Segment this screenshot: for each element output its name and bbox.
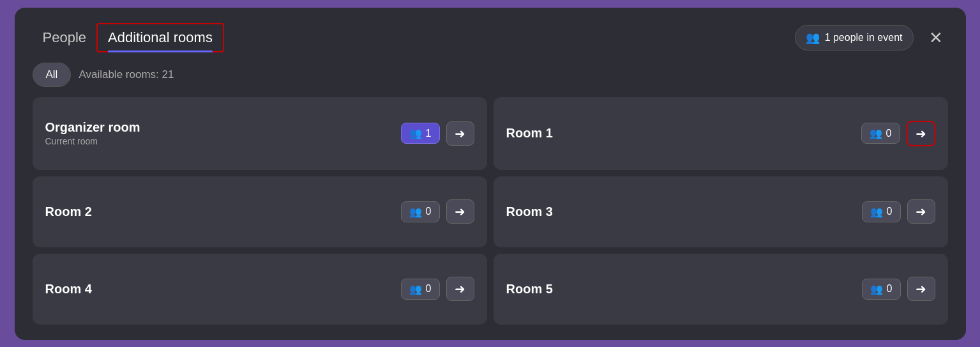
join-icon-room5: ➜: [916, 281, 926, 297]
room-count-room3: 👥 0: [862, 201, 901, 222]
room-card-room2: Room 2 👥 0 ➜: [33, 176, 487, 247]
tab-additional-rooms[interactable]: Additional rooms: [96, 23, 224, 52]
join-icon-room2: ➜: [455, 204, 465, 219]
people-in-event-label: 1 people in event: [825, 32, 903, 43]
room-count-value-room1: 0: [886, 128, 892, 139]
room-count-value-room5: 0: [887, 283, 893, 295]
close-button[interactable]: ✕: [924, 27, 948, 49]
room-info-room5: Room 5: [506, 282, 553, 297]
room-count-value-room2: 0: [426, 206, 432, 217]
room-info-organizer: Organizer room Current room: [45, 120, 140, 146]
tabs: People Additional rooms: [33, 23, 224, 52]
room-card-room4: Room 4 👥 0 ➜: [33, 254, 487, 325]
people-icon: 👥: [806, 31, 820, 45]
filter-bar: All Available rooms: 21: [33, 63, 948, 87]
all-filter-button[interactable]: All: [33, 63, 72, 87]
available-rooms-label: Available rooms: 21: [79, 68, 174, 81]
room-info-room3: Room 3: [506, 204, 553, 219]
join-room-button-room5[interactable]: ➜: [907, 277, 935, 301]
room-info-room2: Room 2: [45, 204, 92, 219]
room-name-room4: Room 4: [45, 282, 92, 297]
room-subtitle-organizer: Current room: [45, 136, 140, 146]
room-info-room4: Room 4: [45, 282, 92, 297]
room-actions-room2: 👥 0 ➜: [401, 199, 474, 224]
room-name-organizer: Organizer room: [45, 120, 140, 135]
join-icon-organizer: ➜: [455, 126, 465, 141]
room-count-room5: 👥 0: [862, 279, 901, 300]
join-icon-room3: ➜: [916, 204, 926, 219]
people-badge-icon-room4: 👥: [409, 283, 422, 295]
header: People Additional rooms 👥 1 people in ev…: [33, 23, 948, 52]
room-actions-room5: 👥 0 ➜: [862, 277, 935, 301]
join-icon-room4: ➜: [455, 281, 465, 297]
room-actions-room1: 👥 0 ➜: [861, 121, 935, 146]
room-actions-room3: 👥 0 ➜: [862, 199, 935, 224]
room-actions-organizer: 👥 1 ➜: [401, 121, 474, 146]
room-card-room1: Room 1 👥 0 ➜: [494, 97, 948, 170]
join-room-button-room2[interactable]: ➜: [446, 199, 474, 224]
join-room-button-room1[interactable]: ➜: [907, 121, 935, 146]
room-card-room5: Room 5 👥 0 ➜: [494, 254, 948, 325]
room-card-organizer: Organizer room Current room 👥 1 ➜: [33, 97, 487, 170]
people-in-event-button[interactable]: 👥 1 people in event: [795, 25, 914, 50]
people-badge-icon-organizer: 👥: [409, 127, 422, 139]
room-count-room1: 👥 0: [861, 123, 900, 144]
people-badge-icon-room1: 👥: [870, 127, 882, 139]
people-badge-icon-room2: 👥: [409, 206, 422, 218]
room-count-value-room3: 0: [887, 206, 893, 217]
join-room-button-room3[interactable]: ➜: [907, 199, 935, 224]
room-count-room4: 👥 0: [401, 279, 440, 300]
room-count-room2: 👥 0: [401, 201, 440, 222]
join-room-button-organizer[interactable]: ➜: [446, 121, 474, 146]
header-right: 👥 1 people in event ✕: [795, 25, 948, 50]
people-badge-icon-room3: 👥: [870, 206, 883, 218]
room-name-room1: Room 1: [506, 126, 553, 141]
join-icon-room1: ➜: [916, 126, 926, 141]
room-count-value-organizer: 1: [426, 128, 432, 139]
room-count-organizer: 👥 1: [401, 123, 440, 144]
room-name-room3: Room 3: [506, 204, 553, 219]
room-count-value-room4: 0: [426, 283, 432, 295]
room-info-room1: Room 1: [506, 126, 553, 141]
tab-people[interactable]: People: [33, 24, 97, 51]
join-room-button-room4[interactable]: ➜: [446, 277, 474, 301]
room-name-room2: Room 2: [45, 204, 92, 219]
room-card-room3: Room 3 👥 0 ➜: [494, 176, 948, 247]
people-badge-icon-room5: 👥: [870, 283, 883, 295]
rooms-grid: Organizer room Current room 👥 1 ➜ Room 1…: [33, 97, 948, 325]
room-actions-room4: 👥 0 ➜: [401, 277, 474, 301]
room-name-room5: Room 5: [506, 282, 553, 297]
main-panel: People Additional rooms 👥 1 people in ev…: [15, 8, 966, 340]
